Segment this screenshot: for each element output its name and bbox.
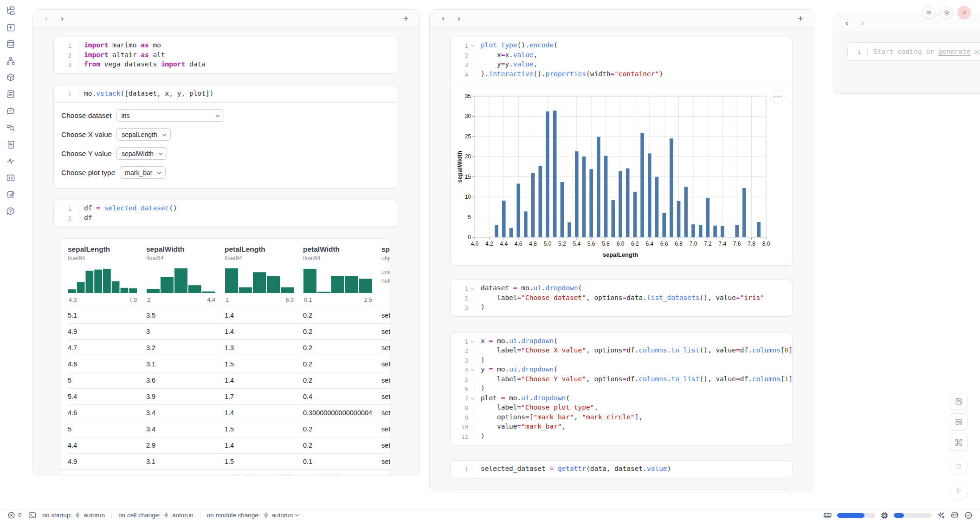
layout-button[interactable]	[950, 413, 967, 430]
table-row[interactable]: 53.41.50.2setosa	[68, 421, 390, 437]
column2-add-cell-button[interactable]: +	[793, 13, 807, 25]
svg-text:10: 10	[465, 194, 471, 200]
connection-status-button[interactable]	[964, 510, 973, 521]
copilot-button[interactable]	[950, 510, 959, 521]
menu-button[interactable]	[922, 6, 935, 19]
settings-button[interactable]	[940, 6, 953, 19]
new-cell-editor[interactable]: 1 Start coding or generate with AI	[847, 42, 980, 61]
code-line: 3)	[455, 303, 787, 313]
fold-chevron-icon[interactable]	[471, 43, 474, 47]
terminal-button[interactable]	[28, 510, 36, 521]
packages-icon[interactable]	[4, 72, 18, 83]
file-explorer-icon[interactable]	[4, 6, 18, 16]
dropdown-3[interactable]: mark_bar	[120, 166, 166, 179]
run-button[interactable]	[949, 482, 968, 500]
svg-text:6.2: 6.2	[631, 241, 639, 247]
last-page-button[interactable]: »	[331, 475, 343, 476]
svg-text:6.6: 6.6	[660, 241, 668, 247]
status-item-on-module-change-[interactable]: on module change:autorun	[207, 512, 299, 519]
logs-icon[interactable]	[4, 89, 18, 99]
floating-actions	[949, 393, 968, 500]
column3-move-left-button[interactable]: ‹	[840, 17, 854, 29]
dependency-graph-icon[interactable]	[4, 56, 18, 66]
altair-chart-output[interactable]: 4.04.24.44.64.85.05.25.45.65.86.06.26.46…	[451, 83, 792, 265]
code-editor-plot[interactable]: 1plot_type().encode(2 x=x.value,3 y=y.va…	[451, 37, 792, 83]
table-row[interactable]: 4.93.11.50.1setosa	[68, 453, 390, 469]
code-line: 10 value="mark_bar",	[455, 422, 787, 432]
ai-chat-icon[interactable]	[4, 106, 18, 116]
code-editor-df[interactable]: 1df = selected_dataset()2df	[54, 200, 398, 227]
fold-chevron-icon[interactable]	[471, 286, 474, 290]
dropdown-0[interactable]: iris	[116, 109, 224, 122]
code-editor-vstack[interactable]: 1mo.vstack([dataset, x, y, plot])	[54, 85, 398, 103]
next-page-button[interactable]: ›	[316, 475, 328, 476]
fold-chevron-icon[interactable]	[471, 396, 474, 399]
first-page-button[interactable]: «	[229, 475, 241, 476]
play-icon	[954, 487, 963, 495]
helper-functions-icon[interactable]	[4, 22, 18, 33]
table-row[interactable]: 53.61.40.2setosa	[68, 372, 390, 388]
bar-chart[interactable]: 4.04.24.44.64.85.05.25.45.65.86.06.26.46…	[456, 88, 781, 260]
lightning-icon	[75, 512, 81, 518]
column1-move-left-button[interactable]: ‹	[39, 13, 53, 25]
error-count-badge[interactable]: 0	[7, 511, 22, 519]
column3-move-right-button[interactable]: ›	[856, 17, 870, 29]
code-editor-dataset[interactable]: 1dataset = mo.ui.dropdown(2 label="Choos…	[451, 280, 792, 316]
fold-chevron-icon[interactable]	[471, 339, 474, 342]
table-row[interactable]: 4.73.21.30.2setosa	[68, 339, 390, 356]
dropdown-2[interactable]: sepalWidth	[116, 147, 167, 160]
memory-icon	[823, 511, 832, 520]
dropdown-1[interactable]: sepalLength	[116, 128, 170, 141]
status-item-on-cell-change-[interactable]: on cell change:autorun	[118, 512, 193, 519]
code-line: 4y = mo.ui.dropdown(	[455, 365, 787, 375]
terminal-icon	[28, 511, 36, 519]
code-line: 1selected_dataset = getattr(data, datase…	[455, 464, 787, 474]
table-row[interactable]: 4.931.40.2setosa	[68, 323, 390, 339]
table-row[interactable]: 4.63.41.40.30000000000000004setosa	[68, 404, 390, 421]
code-line: 9 options=["mark_bar", "mark_circle"],	[455, 413, 787, 423]
code-line: 3 y=y.value,	[455, 60, 787, 70]
code-editor-plottype[interactable]: 1plot_type = getattr(alt.Chart(df), plot…	[451, 490, 792, 492]
column1-move-right-button[interactable]: ›	[55, 13, 69, 25]
chart-options-button[interactable]	[771, 90, 785, 104]
column2-move-right-button[interactable]: ›	[452, 13, 466, 25]
svg-text:6.8: 6.8	[675, 241, 683, 247]
snippets-icon[interactable]	[4, 173, 18, 183]
code-editor-xyplot[interactable]: 1x = mo.ui.dropdown(2 label="Choose X va…	[451, 333, 792, 445]
table-column-header[interactable]: sepalLengthfloat644.37.9	[68, 245, 146, 307]
table-column-header[interactable]: sepalWidthfloat6424.4	[146, 245, 225, 307]
status-item-on-startup-[interactable]: on startup:autorun	[43, 512, 105, 519]
datasources-icon[interactable]	[4, 39, 18, 49]
keyboard-shortcuts-button[interactable]	[950, 434, 967, 451]
scratchpad-icon[interactable]	[4, 189, 18, 200]
save-button[interactable]	[950, 393, 967, 410]
control-row: Choose datasetiris	[61, 109, 390, 122]
tracing-icon[interactable]	[4, 156, 18, 166]
find-replace-icon[interactable]	[4, 123, 18, 133]
notebook-column-3: ‹ › 1 Start coding or generate with AI	[833, 14, 980, 94]
ai-assist-button[interactable]	[937, 510, 945, 521]
stop-button[interactable]	[949, 457, 968, 475]
code-editor-selected[interactable]: 1selected_dataset = getattr(data, datase…	[451, 461, 792, 478]
fold-chevron-icon[interactable]	[471, 367, 474, 371]
help-icon[interactable]	[4, 206, 18, 216]
table-column-header[interactable]: petalWidthfloat640.12.5	[303, 245, 381, 307]
prev-page-button[interactable]: ‹	[244, 475, 256, 476]
column-histogram	[303, 266, 373, 293]
column1-add-cell-button[interactable]: +	[399, 13, 413, 25]
table-row[interactable]: 4.63.11.50.2setosa	[68, 356, 390, 372]
documentation-icon[interactable]	[4, 139, 18, 150]
dropdown-label: Choose dataset	[61, 111, 112, 120]
table-row[interactable]: 4.42.91.40.2setosa	[68, 437, 390, 453]
table-row[interactable]: 5.43.91.70.4setosa	[68, 388, 390, 404]
table-row[interactable]: 5.13.51.40.2setosa	[68, 307, 390, 323]
generate-with-ai-link[interactable]: generate	[938, 48, 971, 55]
shutdown-button[interactable]	[958, 6, 971, 19]
status-bar: 0 on startup:autorunon cell change:autor…	[0, 509, 980, 521]
column2-move-left-button[interactable]: ‹	[436, 13, 450, 25]
code-editor-imports[interactable]: 1import marimo as mo2import altair as al…	[54, 37, 398, 73]
svg-text:8.0: 8.0	[762, 241, 770, 247]
table-column-header[interactable]: speciesobjectunique:nulls:	[381, 245, 390, 307]
page-select[interactable]: 1	[277, 475, 296, 475]
table-column-header[interactable]: petalLengthfloat6416.9	[225, 245, 303, 307]
